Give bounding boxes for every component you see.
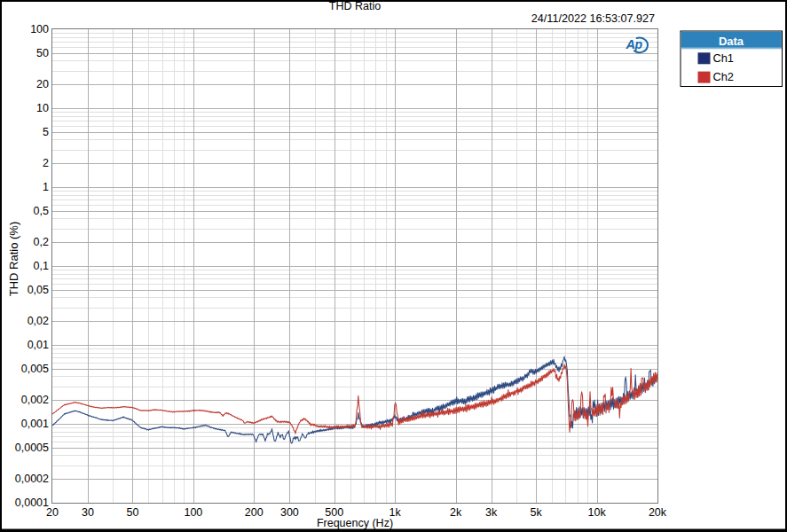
- svg-text:20k: 20k: [649, 506, 667, 519]
- svg-text:3k: 3k: [485, 506, 498, 519]
- svg-text:0,001: 0,001: [21, 418, 49, 430]
- svg-text:2: 2: [43, 157, 49, 169]
- svg-text:10k: 10k: [588, 506, 607, 519]
- svg-text:0,0002: 0,0002: [15, 473, 49, 485]
- svg-text:5: 5: [43, 126, 49, 138]
- svg-text:0,0001: 0,0001: [15, 497, 49, 509]
- svg-text:10: 10: [36, 102, 49, 114]
- svg-text:24/11/2022 16:53:07.927: 24/11/2022 16:53:07.927: [531, 12, 655, 25]
- svg-text:0,002: 0,002: [21, 394, 49, 406]
- svg-text:THD Ratio (%): THD Ratio (%): [7, 222, 20, 297]
- svg-text:Frequency (Hz): Frequency (Hz): [317, 517, 393, 529]
- svg-text:Ch2: Ch2: [713, 70, 734, 83]
- svg-text:0,005: 0,005: [21, 363, 49, 375]
- svg-text:2k: 2k: [450, 506, 462, 519]
- svg-text:50: 50: [36, 47, 49, 59]
- svg-text:30: 30: [82, 506, 94, 519]
- svg-text:Ch1: Ch1: [713, 51, 734, 65]
- svg-text:0,0005: 0,0005: [15, 442, 49, 454]
- svg-text:1: 1: [43, 181, 49, 193]
- svg-text:0,2: 0,2: [34, 236, 49, 248]
- svg-text:300: 300: [280, 506, 299, 519]
- svg-text:0,5: 0,5: [34, 205, 49, 217]
- svg-text:p: p: [634, 37, 643, 51]
- svg-text:0,1: 0,1: [34, 260, 49, 272]
- svg-text:200: 200: [245, 506, 264, 519]
- svg-text:A: A: [626, 37, 635, 51]
- svg-text:THD Ratio: THD Ratio: [329, 0, 381, 12]
- svg-text:0,01: 0,01: [28, 339, 49, 351]
- svg-text:100: 100: [184, 506, 202, 519]
- svg-text:20: 20: [46, 506, 59, 519]
- svg-text:5k: 5k: [530, 506, 542, 519]
- svg-text:0,05: 0,05: [28, 284, 49, 296]
- svg-text:50: 50: [127, 506, 139, 519]
- svg-text:100: 100: [30, 23, 49, 35]
- svg-text:20: 20: [36, 78, 49, 90]
- svg-text:Data: Data: [719, 35, 744, 48]
- svg-text:0,02: 0,02: [28, 315, 49, 327]
